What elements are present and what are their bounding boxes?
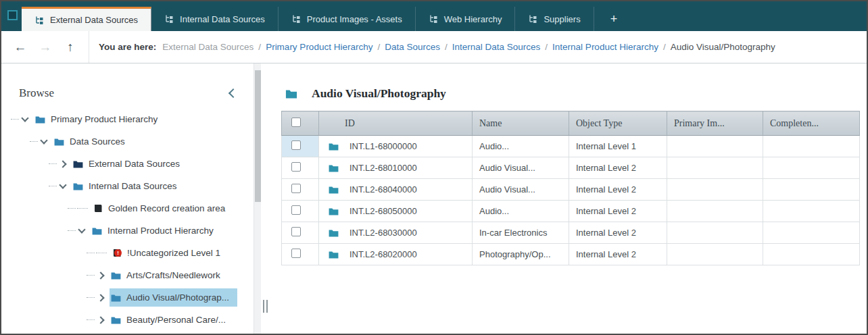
folder-icon — [111, 316, 121, 324]
column-header-primary-image[interactable]: Primary Im... — [667, 111, 763, 136]
sidebar-title: Browse — [19, 86, 54, 100]
page-title: Audio Visual/Photography — [312, 86, 446, 101]
panel-splitter[interactable] — [261, 63, 269, 334]
cell-name: Audio Visual... — [473, 179, 569, 201]
tree-item-uncategorized-level-1[interactable]: ! !Uncategorized Level 1 — [1, 242, 261, 264]
chevron-down-icon[interactable] — [78, 226, 85, 233]
chevron-down-icon[interactable] — [21, 114, 28, 122]
cell-object-type: Internal Level 2 — [569, 222, 667, 244]
tree-connector — [77, 208, 88, 209]
tree-item-external-data-sources[interactable]: External Data Sources — [1, 153, 261, 175]
hierarchy-icon — [34, 16, 44, 25]
column-header-object-type[interactable]: Object Type — [569, 111, 667, 136]
select-all-header[interactable] — [282, 111, 319, 136]
tab-label: Suppliers — [544, 14, 580, 24]
breadcrumb-bar: ← → ↑ You are here: External Data Source… — [1, 31, 867, 63]
row-checkbox[interactable] — [291, 205, 301, 215]
tab-web-hierarchy[interactable]: Web Hierarchy — [416, 7, 516, 31]
tab-internal-data-sources[interactable]: Internal Data Sources — [151, 7, 279, 31]
table-header-row: ID Name Object Type Primary Im... Comple… — [282, 111, 860, 136]
chevron-down-icon[interactable] — [59, 181, 66, 188]
folder-icon — [329, 251, 339, 259]
collapse-sidebar-icon[interactable] — [228, 88, 238, 98]
table-row[interactable]: INT.L2-68050000 Audio... Internal Level … — [282, 201, 860, 222]
tree-item-golden-record-creation-area[interactable]: Golden Record creation area — [1, 197, 261, 220]
tab-suppliers[interactable]: Suppliers — [515, 7, 594, 31]
row-checkbox[interactable] — [291, 227, 301, 236]
tree-connector — [87, 275, 95, 276]
tab-product-images-assets[interactable]: Product Images - Assets — [279, 7, 416, 31]
node-list: ID Name Object Type Primary Im... Comple… — [281, 111, 859, 265]
select-all-checkbox[interactable] — [291, 118, 301, 127]
splitter-handle-icon[interactable] — [263, 300, 268, 313]
cell-object-type: Internal Level 2 — [569, 179, 667, 201]
cell-object-type: Internal Level 1 — [569, 136, 667, 157]
tree-item-data-sources[interactable]: Data Sources — [1, 130, 261, 153]
chevron-down-icon[interactable] — [40, 136, 47, 144]
chevron-right-icon[interactable] — [97, 294, 104, 301]
tree-item-primary-product-hierarchy[interactable]: Primary Product Hierarchy — [1, 108, 261, 130]
folder-icon — [73, 182, 83, 190]
column-header-name[interactable]: Name — [473, 111, 569, 136]
folder-icon — [54, 138, 64, 146]
tree-item-arts-crafts-needlework[interactable]: Arts/Crafts/Needlework — [1, 264, 261, 286]
column-header-completeness[interactable]: Completen... — [763, 111, 860, 136]
tab-label: External Data Sources — [50, 15, 138, 25]
column-header-id[interactable]: ID — [319, 111, 473, 136]
app-icon[interactable] — [7, 10, 18, 20]
tree-item-beauty-personal-care[interactable]: Beauty/Personal Care/... — [1, 309, 261, 331]
chevron-right-icon[interactable] — [97, 272, 104, 279]
table-row[interactable]: INT.L1-68000000 Audio... Internal Level … — [282, 136, 860, 157]
cell-completeness — [763, 136, 860, 157]
breadcrumb-separator: / — [545, 42, 548, 52]
cell-completeness — [763, 222, 860, 244]
tree-connector — [68, 208, 76, 209]
chevron-right-icon[interactable] — [97, 316, 104, 324]
tree-item-internal-data-sources[interactable]: Internal Data Sources — [1, 175, 261, 197]
sidebar-scrollbar[interactable] — [254, 63, 261, 334]
cell-id: INT.L2-68050000 — [349, 206, 417, 216]
breadcrumb-item-data-sources[interactable]: Data Sources — [385, 42, 440, 52]
tree-connector — [68, 230, 76, 231]
cell-id: INT.L2-68020000 — [349, 249, 417, 259]
folder-icon — [285, 89, 297, 99]
browse-sidebar: Browse Primary Product Hierarchy — [1, 63, 261, 334]
forward-icon[interactable]: → — [37, 40, 53, 55]
cell-primary-image — [667, 222, 763, 244]
cell-completeness — [763, 179, 860, 201]
back-icon[interactable]: ← — [12, 40, 28, 55]
breadcrumb-item-primary-product-hierarchy[interactable]: Primary Product Hierarchy — [266, 42, 372, 52]
alert-badge: ! — [114, 249, 122, 257]
tab-external-data-sources[interactable]: External Data Sources — [22, 7, 151, 31]
table-row[interactable]: INT.L2-68020000 Photography/Op... Intern… — [282, 244, 860, 265]
row-checkbox[interactable] — [291, 140, 301, 150]
cell-name: Audio Visual... — [473, 157, 569, 179]
tree-item-internal-product-hierarchy[interactable]: Internal Product Hierarchy — [1, 220, 261, 242]
plus-icon: + — [610, 12, 618, 26]
up-icon[interactable]: ↑ — [62, 40, 78, 55]
tab-label: Internal Data Sources — [180, 14, 265, 24]
row-checkbox[interactable] — [291, 184, 301, 193]
scrollbar-thumb[interactable] — [255, 70, 261, 202]
cell-primary-image — [667, 244, 763, 265]
cell-primary-image — [667, 201, 763, 222]
breadcrumb-item-internal-data-sources[interactable]: Internal Data Sources — [452, 42, 541, 52]
add-tab-button[interactable]: + — [594, 7, 634, 31]
breadcrumb-item-internal-product-hierarchy[interactable]: Internal Product Hierarchy — [552, 42, 658, 52]
table-row[interactable]: INT.L2-68030000 In-car Electronics Inter… — [282, 222, 860, 244]
folder-icon — [92, 227, 102, 235]
tree-connector — [49, 186, 57, 186]
tree-connector — [11, 119, 19, 120]
row-checkbox[interactable] — [291, 249, 301, 258]
folder-icon — [35, 115, 45, 124]
tree-connector — [30, 141, 38, 142]
table-row[interactable]: INT.L2-68040000 Audio Visual... Internal… — [282, 179, 860, 201]
application-window: External Data Sources Internal Data Sour… — [0, 0, 868, 335]
chevron-right-icon[interactable] — [59, 160, 66, 168]
folder-icon — [111, 294, 121, 302]
table-row[interactable]: INT.L2-68010000 Audio Visual... Internal… — [282, 157, 860, 179]
row-checkbox[interactable] — [291, 162, 301, 172]
hierarchy-icon — [429, 14, 438, 24]
tree-item-audio-visual-photography[interactable]: Audio Visual/Photograp... — [1, 286, 261, 309]
divider — [89, 31, 89, 63]
